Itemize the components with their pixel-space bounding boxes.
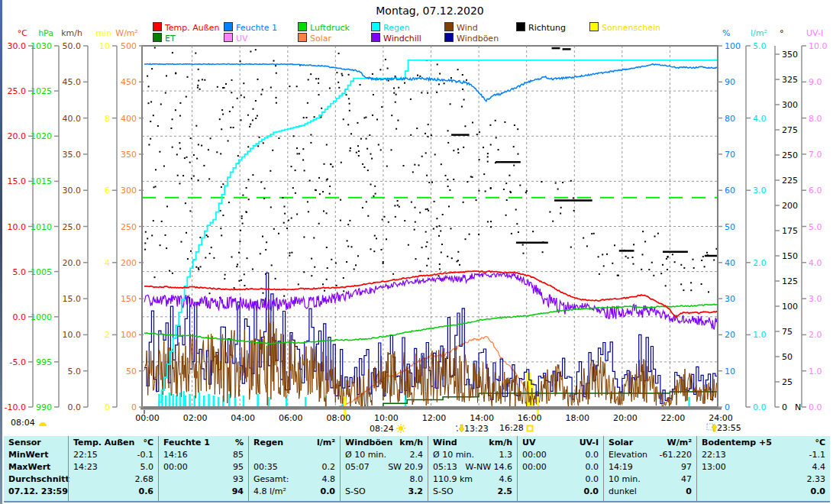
axis-tick-label: 1025 [10,87,52,95]
axis-tick-label: 80 [725,114,735,122]
table-column-header: UVUV-I [518,436,603,448]
axis-tick-label: 50 [782,352,793,360]
annotation-23-55: 23:55 [706,422,741,433]
axis-tick-label: 1020 [10,132,52,141]
cell-left: 05:07 [345,462,370,472]
time-axis-label: 08:00 [321,414,355,423]
cell-left: Gesamt: [253,474,289,484]
cell-value: 3.2 [408,486,424,496]
axis-tick-label: 5.0 [753,42,767,50]
axis-tick-label: 3.0 [753,186,767,195]
table-cell-row: 0.0 [697,485,830,497]
axis-tick-label: 150 [95,295,137,303]
table-rowlabel-column: SensorMinWertMaxWertDurchschnitt07.12. 2… [4,436,68,501]
table-cell-row: 0.6 [69,485,158,497]
table-column-windb-en: Windböenkm/hØ 10 min.2.405:07SW 20.98.0S… [340,436,428,501]
axis-tick-label: 2.0 [809,331,822,339]
time-axis-label: 04:00 [226,414,260,423]
time-axis-label: 14:00 [465,414,499,423]
table-cell-row: 4.8 l/m²0.0 [249,485,340,497]
table-cell-row: 13:004.4 [697,460,830,473]
axis-tick-label: 125 [782,276,798,285]
table-column-header: Windböenkm/h [341,436,428,448]
axis-tick-label: 90 [725,78,735,86]
annotation-16-28: 16:28 [499,424,534,433]
cell-value: 97 [681,462,692,472]
rain-event-bar [182,391,185,407]
axis-header-°: ° [780,29,784,38]
sensor-name: Wind [433,438,457,447]
table-row-label: 07.12. 23:59 [4,485,68,497]
axis-extra-label: N [795,403,801,412]
cell-left: 4.8 l/m² [253,486,286,496]
annotation-08-24: 08:24 [370,424,406,434]
axis-header-%: % [722,29,730,38]
axis-tick-label: 30 [725,295,735,303]
table-cell-row: 10 min.47 [604,473,696,485]
rain-event-bar [172,394,174,407]
cell-left: 22:13 [702,450,726,460]
square-open-icon [526,423,534,433]
rain-event-bar [203,396,205,407]
cell-value: 0.0 [586,474,599,484]
table-cell-row: Ø 10 min.1.3 [428,448,517,460]
axis-tick-label: 50 [95,367,137,375]
axis-tick-label: 10.0 [809,42,828,50]
table-column-header: Windkm/h [428,436,517,448]
sensor-unit: W/m² [667,438,692,447]
time-axis-label: 02:00 [179,414,212,423]
table-cell-row: 05:07SW 20.9 [341,460,428,473]
time-axis-label: 22:00 [656,414,689,423]
sensor-unit: l/m² [317,438,335,447]
sensor-unit: % [235,438,244,447]
axis-header-UV-I: UV-I [806,29,823,38]
rain-event-bar [179,393,182,407]
table-column-uv: UVUV-I00:000.000:000.00.00.0 [517,436,603,501]
cell-value: -1.1 [809,450,825,460]
rain-event-bar [228,394,231,407]
cell-left: 14:16 [163,450,188,460]
sensor-name: Regen [253,438,283,447]
rain-event-bar [208,394,210,407]
cell-value: W-NW 14.6 [466,462,513,472]
axis-tick-label: 175 [782,226,798,234]
axis-tick-label: 400 [95,114,137,122]
axis-tick-label: 450 [95,78,137,86]
cell-value: 4.6 [499,474,513,484]
sensor-name: Windböen [345,438,392,447]
cell-value: 0.0 [586,462,599,472]
rain-event-bar [243,396,245,407]
table-cell-row: 93 [159,473,248,485]
rain-event-bar [176,396,178,407]
cell-value: 93 [233,474,244,484]
arrow-up-dotted-icon [706,423,717,433]
cell-left: S-SO [345,486,366,496]
axis-tick-label: 1.0 [753,331,767,339]
sensor-unit: UV-I [580,438,599,447]
rain-event-bar [305,397,307,407]
table-column-solar: SolarW/m²Elevation-61.22014:199710 min.4… [603,436,696,501]
cell-value: 2.68 [135,474,154,484]
axis-tick-label: 325 [782,75,798,83]
axis-tick-label: 300 [782,100,798,108]
rain-event-bar [199,393,201,407]
cell-left: 13:00 [702,462,726,472]
rain-event-bar [189,394,191,407]
cell-value: -61.220 [660,450,692,460]
weather-graph-window: Montag, 07.12.2020 Temp. AußenFeuchte 1L… [0,0,833,504]
table-row-label: MaxWert [4,460,68,473]
time-axis-label: 00:00 [131,414,164,423]
time-axis-label: 12:00 [418,414,451,423]
axis-tick-label: 9.0 [809,78,822,86]
table-column-header: Feuchte 1% [159,436,248,448]
table-cell-row: Elevation-61.220 [604,448,696,460]
time-axis-label: 18:00 [560,414,594,423]
rain-event-bar [165,396,167,407]
table-column-regen: Regenl/m²00:350.2Gesamt:4.84.8 l/m²0.0 [248,436,340,501]
cell-value: 94 [232,486,244,496]
axis-tick-label: 225 [782,176,798,184]
rain-event-bar [268,397,270,407]
table-cell-row [249,448,340,460]
cell-left: dunkel [609,486,637,496]
cell-value: 0.0 [811,486,826,496]
